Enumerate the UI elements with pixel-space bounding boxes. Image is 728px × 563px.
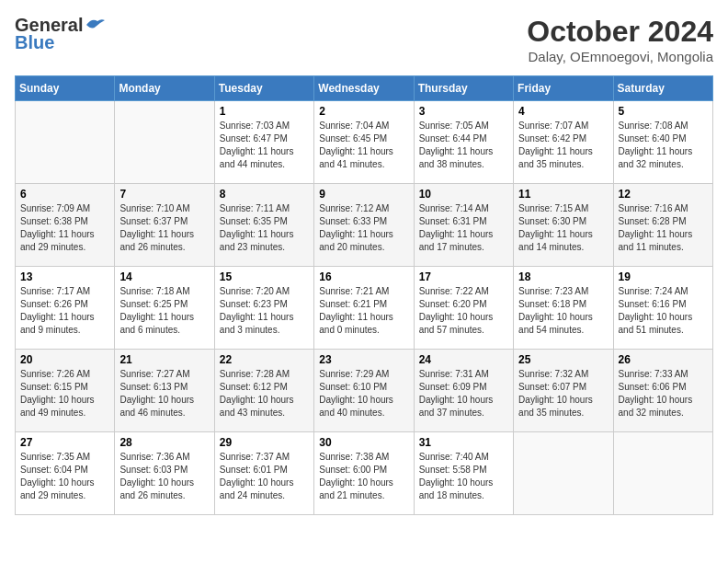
calendar-cell: 26Sunrise: 7:33 AMSunset: 6:06 PMDayligh… [613, 350, 712, 432]
day-number: 24 [419, 353, 508, 366]
calendar-cell: 31Sunrise: 7:40 AMSunset: 5:58 PMDayligh… [414, 432, 513, 515]
day-number: 7 [119, 188, 209, 201]
calendar-cell: 14Sunrise: 7:18 AMSunset: 6:25 PMDayligh… [115, 267, 214, 350]
day-info: Sunrise: 7:35 AMSunset: 6:04 PMDaylight:… [20, 451, 109, 502]
location-title: Dalay, OEmnoegovi, Mongolia [527, 49, 713, 64]
day-number: 30 [319, 436, 408, 449]
day-info: Sunrise: 7:20 AMSunset: 6:23 PMDaylight:… [220, 285, 309, 337]
calendar-cell: 27Sunrise: 7:35 AMSunset: 6:04 PMDayligh… [16, 432, 115, 515]
calendar-cell: 3Sunrise: 7:05 AMSunset: 6:44 PMDaylight… [414, 101, 513, 184]
day-number: 28 [119, 436, 209, 449]
calendar-cell: 24Sunrise: 7:31 AMSunset: 6:09 PMDayligh… [414, 350, 513, 432]
day-number: 13 [20, 270, 109, 283]
logo-bird-icon [85, 17, 105, 32]
day-info: Sunrise: 7:29 AMSunset: 6:10 PMDaylight:… [319, 368, 408, 419]
calendar-cell: 12Sunrise: 7:16 AMSunset: 6:28 PMDayligh… [613, 184, 712, 267]
day-number: 8 [220, 188, 309, 201]
day-number: 12 [619, 188, 708, 201]
calendar-week-row: 1Sunrise: 7:03 AMSunset: 6:47 PMDaylight… [16, 101, 713, 184]
calendar-cell: 6Sunrise: 7:09 AMSunset: 6:38 PMDaylight… [16, 184, 115, 267]
day-info: Sunrise: 7:38 AMSunset: 6:00 PMDaylight:… [319, 451, 408, 502]
calendar-cell: 5Sunrise: 7:08 AMSunset: 6:40 PMDaylight… [613, 101, 712, 184]
day-header-saturday: Saturday [613, 76, 712, 101]
day-number: 15 [220, 270, 309, 283]
day-info: Sunrise: 7:40 AMSunset: 5:58 PMDaylight:… [419, 451, 508, 502]
calendar: SundayMondayTuesdayWednesdayThursdayFrid… [15, 75, 713, 515]
day-info: Sunrise: 7:15 AMSunset: 6:30 PMDaylight:… [518, 202, 608, 254]
day-number: 11 [518, 188, 608, 201]
day-number: 19 [619, 270, 708, 283]
calendar-cell: 23Sunrise: 7:29 AMSunset: 6:10 PMDayligh… [314, 350, 414, 432]
calendar-cell: 29Sunrise: 7:37 AMSunset: 6:01 PMDayligh… [214, 432, 313, 515]
day-number: 22 [220, 353, 309, 366]
day-number: 3 [419, 105, 508, 118]
calendar-cell [613, 432, 712, 515]
logo: General Blue [15, 15, 105, 53]
day-info: Sunrise: 7:03 AMSunset: 6:47 PMDaylight:… [220, 120, 309, 171]
calendar-week-row: 6Sunrise: 7:09 AMSunset: 6:38 PMDaylight… [16, 184, 713, 267]
calendar-week-row: 27Sunrise: 7:35 AMSunset: 6:04 PMDayligh… [16, 432, 713, 515]
day-number: 9 [319, 188, 408, 201]
day-info: Sunrise: 7:16 AMSunset: 6:28 PMDaylight:… [619, 202, 708, 254]
day-info: Sunrise: 7:07 AMSunset: 6:42 PMDaylight:… [518, 120, 608, 171]
calendar-cell: 11Sunrise: 7:15 AMSunset: 6:30 PMDayligh… [514, 184, 613, 267]
day-info: Sunrise: 7:11 AMSunset: 6:35 PMDaylight:… [220, 202, 309, 254]
calendar-cell: 2Sunrise: 7:04 AMSunset: 6:45 PMDaylight… [314, 101, 414, 184]
calendar-week-row: 13Sunrise: 7:17 AMSunset: 6:26 PMDayligh… [16, 267, 713, 350]
day-info: Sunrise: 7:33 AMSunset: 6:06 PMDaylight:… [619, 368, 708, 419]
calendar-cell [514, 432, 613, 515]
day-info: Sunrise: 7:27 AMSunset: 6:13 PMDaylight:… [119, 368, 209, 419]
calendar-cell: 30Sunrise: 7:38 AMSunset: 6:00 PMDayligh… [314, 432, 414, 515]
month-title: October 2024 [527, 15, 713, 49]
calendar-cell: 21Sunrise: 7:27 AMSunset: 6:13 PMDayligh… [115, 350, 214, 432]
day-number: 16 [319, 270, 408, 283]
day-info: Sunrise: 7:10 AMSunset: 6:37 PMDaylight:… [119, 202, 209, 254]
day-info: Sunrise: 7:17 AMSunset: 6:26 PMDaylight:… [20, 285, 109, 337]
day-number: 21 [119, 353, 209, 366]
day-number: 29 [220, 436, 309, 449]
calendar-cell: 25Sunrise: 7:32 AMSunset: 6:07 PMDayligh… [514, 350, 613, 432]
day-info: Sunrise: 7:28 AMSunset: 6:12 PMDaylight:… [220, 368, 309, 419]
day-header-friday: Friday [514, 76, 613, 101]
day-info: Sunrise: 7:36 AMSunset: 6:03 PMDaylight:… [119, 451, 209, 502]
calendar-cell: 8Sunrise: 7:11 AMSunset: 6:35 PMDaylight… [214, 184, 313, 267]
day-info: Sunrise: 7:08 AMSunset: 6:40 PMDaylight:… [619, 120, 708, 171]
day-info: Sunrise: 7:14 AMSunset: 6:31 PMDaylight:… [419, 202, 508, 254]
day-info: Sunrise: 7:23 AMSunset: 6:18 PMDaylight:… [518, 285, 608, 337]
title-area: October 2024 Dalay, OEmnoegovi, Mongolia [527, 15, 713, 64]
day-number: 27 [20, 436, 109, 449]
header: General Blue October 2024 Dalay, OEmnoeg… [15, 15, 713, 64]
day-info: Sunrise: 7:21 AMSunset: 6:21 PMDaylight:… [319, 285, 408, 337]
calendar-cell [16, 101, 115, 184]
calendar-cell: 7Sunrise: 7:10 AMSunset: 6:37 PMDaylight… [115, 184, 214, 267]
calendar-cell: 28Sunrise: 7:36 AMSunset: 6:03 PMDayligh… [115, 432, 214, 515]
day-header-wednesday: Wednesday [314, 76, 414, 101]
logo-blue: Blue [15, 32, 54, 53]
calendar-cell: 17Sunrise: 7:22 AMSunset: 6:20 PMDayligh… [414, 267, 513, 350]
day-number: 17 [419, 270, 508, 283]
day-info: Sunrise: 7:04 AMSunset: 6:45 PMDaylight:… [319, 120, 408, 171]
day-number: 18 [518, 270, 608, 283]
calendar-cell: 1Sunrise: 7:03 AMSunset: 6:47 PMDaylight… [214, 101, 313, 184]
calendar-cell: 22Sunrise: 7:28 AMSunset: 6:12 PMDayligh… [214, 350, 313, 432]
calendar-header-row: SundayMondayTuesdayWednesdayThursdayFrid… [16, 76, 713, 101]
day-number: 14 [119, 270, 209, 283]
calendar-cell: 13Sunrise: 7:17 AMSunset: 6:26 PMDayligh… [16, 267, 115, 350]
day-header-thursday: Thursday [414, 76, 513, 101]
calendar-cell: 20Sunrise: 7:26 AMSunset: 6:15 PMDayligh… [16, 350, 115, 432]
day-header-tuesday: Tuesday [214, 76, 313, 101]
day-header-monday: Monday [115, 76, 214, 101]
calendar-cell [115, 101, 214, 184]
day-number: 5 [619, 105, 708, 118]
day-number: 4 [518, 105, 608, 118]
day-number: 23 [319, 353, 408, 366]
day-number: 25 [518, 353, 608, 366]
day-info: Sunrise: 7:37 AMSunset: 6:01 PMDaylight:… [220, 451, 309, 502]
day-number: 2 [319, 105, 408, 118]
day-info: Sunrise: 7:09 AMSunset: 6:38 PMDaylight:… [20, 202, 109, 254]
day-number: 31 [419, 436, 508, 449]
calendar-cell: 19Sunrise: 7:24 AMSunset: 6:16 PMDayligh… [613, 267, 712, 350]
calendar-cell: 16Sunrise: 7:21 AMSunset: 6:21 PMDayligh… [314, 267, 414, 350]
day-info: Sunrise: 7:31 AMSunset: 6:09 PMDaylight:… [419, 368, 508, 419]
day-number: 26 [619, 353, 708, 366]
